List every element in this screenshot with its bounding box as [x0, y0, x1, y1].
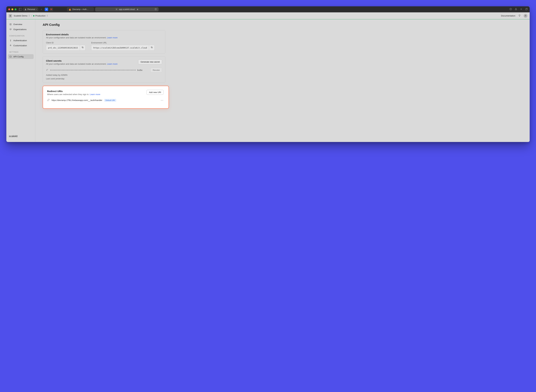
sidebar-item-api-config[interactable]: API Config [8, 54, 34, 59]
lock-icon [137, 8, 138, 10]
sidebar: Overview Organizations CONFIGURATION Aut… [6, 19, 35, 142]
workspace-switcher[interactable]: Scalekit Demo [14, 14, 30, 17]
link-icon [47, 99, 50, 102]
reader-icon[interactable] [154, 8, 157, 11]
card-environment-details: Environment details All your configurati… [43, 30, 165, 54]
card-title: Redirect URIs [47, 90, 144, 93]
default-uri-badge: Default URI [104, 99, 116, 102]
environment-name: Production [35, 14, 46, 17]
share-icon[interactable] [515, 8, 517, 11]
brand-logo: scalekit [8, 133, 34, 140]
uri-actions-menu[interactable]: ··· [161, 99, 163, 101]
authentication-icon [9, 39, 12, 42]
env-status-dot [33, 15, 34, 16]
highlight-frame: Redirect URIs Where users are redirected… [43, 86, 169, 109]
close-window-button[interactable] [8, 8, 10, 10]
client-id-field: prd_skc_12205605381013815 [46, 45, 85, 51]
secret-last-used-meta: Last used yesterday [46, 78, 162, 80]
svg-point-15 [10, 40, 11, 40]
redirect-uri-value: https://devramp-27fb1.firebaseapp.com/__… [52, 99, 102, 101]
person-icon [25, 8, 27, 10]
env-url-field: https://scalekit2b5cee2b000137.scalekit.… [91, 45, 155, 51]
revoke-secret-button[interactable]: Revoke [150, 68, 162, 73]
back-button[interactable] [39, 8, 43, 11]
sidebar-panel-icon[interactable] [19, 8, 22, 11]
breadcrumb-separator: / [31, 14, 32, 17]
organizations-icon [9, 28, 12, 31]
learn-more-link[interactable]: Learn more [90, 93, 100, 96]
new-tab-icon[interactable] [520, 8, 522, 11]
app-body: Overview Organizations CONFIGURATION Aut… [6, 19, 530, 142]
card-title: Environment details [46, 33, 162, 36]
svg-rect-1 [137, 9, 138, 10]
tab-title: app.scalekit.cloud [119, 8, 135, 10]
extension-icon-1[interactable]: U [45, 8, 48, 11]
card-client-secrets: Client secrets All your configuration an… [43, 56, 165, 83]
app-root: S Scalekit Demo / Production [6, 12, 530, 142]
switcher-icon [28, 15, 30, 17]
profile-name: Personal [28, 8, 35, 10]
window-controls [8, 8, 16, 10]
workspace-name: Scalekit Demo [14, 14, 28, 17]
browser-profile-button[interactable]: Personal ▾ [23, 8, 38, 11]
lightbulb-icon[interactable] [518, 14, 521, 17]
firebase-icon: 🔥 [69, 8, 71, 10]
tab-title: Devramp – Auth… [72, 8, 89, 10]
learn-more-link[interactable]: Learn more [107, 63, 117, 65]
add-new-uri-button[interactable]: Add new URI [147, 90, 163, 95]
page-title: API Config [43, 23, 523, 27]
sidebar-item-organizations[interactable]: Organizations [8, 27, 34, 32]
client-id-label: Client ID [46, 42, 85, 44]
app-header: S Scalekit Demo / Production [6, 12, 530, 19]
sidebar-item-overview[interactable]: Overview [8, 22, 34, 27]
sidebar-item-customization[interactable]: Customization [8, 43, 34, 48]
card-title: Client secrets [46, 59, 136, 62]
downloads-icon[interactable] [509, 8, 512, 11]
sidebar-item-label: Organizations [13, 28, 27, 31]
breadcrumb: Scalekit Demo / Production [14, 14, 48, 17]
key-icon [46, 69, 48, 72]
card-redirect-uris: Redirect URIs Where users are redirected… [44, 87, 167, 105]
switcher-icon [47, 15, 48, 17]
generate-secret-button[interactable]: Generate new secret [138, 59, 162, 64]
sidebar-item-label: API Config [13, 56, 24, 58]
browser-actions [509, 8, 528, 11]
browser-tab-2[interactable]: ✕ app.scalekit.cloud [95, 7, 159, 11]
environment-switcher[interactable]: Production [33, 14, 48, 17]
tabs-overview-icon[interactable] [525, 8, 528, 11]
sidebar-item-authentication[interactable]: Authentication [8, 38, 34, 43]
maximize-window-button[interactable] [14, 8, 16, 10]
client-id-value: prd_skc_12205605381013815 [46, 45, 80, 50]
site-favicon: ✕ [115, 8, 118, 10]
copy-client-id-button[interactable] [80, 45, 85, 50]
tab-bar: 🔥 Devramp – Auth… ✕ app.scalekit.cloud [67, 7, 508, 11]
main-content: API Config Environment details All your … [35, 19, 530, 142]
sidebar-item-label: Customization [13, 44, 27, 47]
env-url-label: Environment URL [91, 42, 155, 44]
svg-point-21 [47, 70, 47, 70]
api-config-icon [9, 55, 12, 58]
sidebar-section-settings: SETTINGS [8, 48, 34, 54]
card-description: Where users are redirected when they sig… [47, 93, 144, 96]
user-avatar[interactable]: R [524, 14, 527, 18]
secret-added-meta: Added today by ADMIN [46, 74, 162, 76]
learn-more-link[interactable]: Learn more [107, 37, 117, 39]
workspace-badge: S [9, 14, 12, 18]
svg-rect-10 [526, 8, 527, 10]
documentation-link[interactable]: Documentation [501, 14, 515, 17]
browser-chrome: Personal ▾ U M 🔥 Devramp – Auth… ✕ app.s… [6, 6, 530, 12]
customization-icon [9, 44, 12, 47]
card-description: All your configuration and data are isol… [46, 37, 162, 39]
browser-tab-1[interactable]: 🔥 Devramp – Auth… [67, 7, 94, 11]
redirect-uri-row: https://devramp-27fb1.firebaseapp.com/__… [47, 99, 163, 102]
secret-masked-value: ••••••••••••••••••••••••••••••••••••••••… [50, 69, 149, 71]
minimize-window-button[interactable] [11, 8, 13, 10]
sidebar-item-label: Authentication [13, 39, 27, 42]
chevron-down-icon: ▾ [36, 9, 37, 10]
copy-env-url-button[interactable] [149, 45, 154, 50]
sidebar-item-label: Overview [13, 23, 22, 26]
overview-icon [9, 23, 12, 26]
env-url-value: https://scalekit2b5cee2b000137.scalekit.… [91, 45, 149, 50]
extension-icon-gmail[interactable]: M [49, 8, 53, 11]
app-window: Personal ▾ U M 🔥 Devramp – Auth… ✕ app.s… [6, 6, 530, 142]
